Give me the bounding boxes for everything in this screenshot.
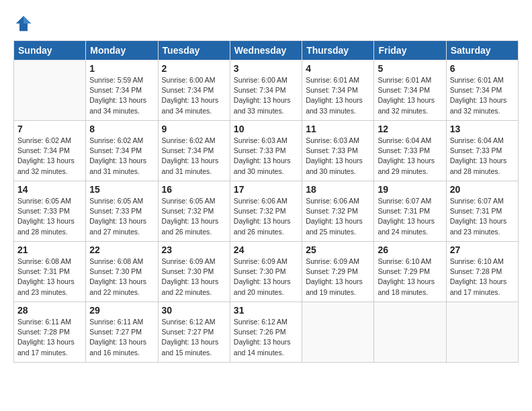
calendar-cell: 20Sunrise: 6:07 AM Sunset: 7:31 PM Dayli… — [446, 181, 518, 242]
calendar-cell: 15Sunrise: 6:05 AM Sunset: 7:33 PM Dayli… — [86, 181, 158, 242]
day-number: 23 — [162, 244, 226, 255]
day-number: 31 — [234, 305, 298, 316]
day-info: Sunrise: 5:59 AM Sunset: 7:34 PM Dayligh… — [89, 75, 154, 116]
day-info: Sunrise: 6:09 AM Sunset: 7:29 PM Dayligh… — [306, 257, 370, 298]
calendar-cell: 21Sunrise: 6:08 AM Sunset: 7:31 PM Dayli… — [14, 242, 86, 302]
day-number: 18 — [306, 184, 370, 195]
day-number: 1 — [89, 63, 154, 74]
day-info: Sunrise: 6:09 AM Sunset: 7:30 PM Dayligh… — [234, 257, 298, 298]
calendar-cell: 10Sunrise: 6:03 AM Sunset: 7:33 PM Dayli… — [230, 121, 302, 181]
day-info: Sunrise: 6:01 AM Sunset: 7:34 PM Dayligh… — [450, 75, 515, 116]
day-number: 13 — [450, 124, 515, 134]
calendar-cell: 4Sunrise: 6:01 AM Sunset: 7:34 PM Daylig… — [302, 60, 374, 121]
calendar-cell: 25Sunrise: 6:09 AM Sunset: 7:29 PM Dayli… — [302, 242, 374, 302]
day-number: 19 — [378, 184, 442, 195]
calendar-cell: 1Sunrise: 5:59 AM Sunset: 7:34 PM Daylig… — [86, 60, 158, 121]
day-number: 15 — [89, 184, 154, 195]
calendar-cell — [374, 302, 446, 363]
calendar-cell: 3Sunrise: 6:00 AM Sunset: 7:34 PM Daylig… — [230, 60, 302, 121]
calendar-cell: 9Sunrise: 6:02 AM Sunset: 7:34 PM Daylig… — [158, 121, 230, 181]
day-number: 11 — [306, 124, 370, 134]
header — [13, 13, 519, 34]
calendar-cell: 7Sunrise: 6:02 AM Sunset: 7:34 PM Daylig… — [14, 121, 86, 181]
day-info: Sunrise: 6:11 AM Sunset: 7:28 PM Dayligh… — [17, 317, 82, 358]
day-info: Sunrise: 6:11 AM Sunset: 7:27 PM Dayligh… — [89, 317, 154, 358]
day-info: Sunrise: 6:01 AM Sunset: 7:34 PM Dayligh… — [378, 75, 442, 116]
calendar-cell: 29Sunrise: 6:11 AM Sunset: 7:27 PM Dayli… — [86, 302, 158, 363]
weekday-saturday: Saturday — [446, 41, 518, 60]
day-info: Sunrise: 6:03 AM Sunset: 7:33 PM Dayligh… — [234, 136, 298, 177]
day-number: 14 — [17, 184, 82, 195]
day-number: 10 — [234, 124, 298, 134]
calendar-cell: 26Sunrise: 6:10 AM Sunset: 7:29 PM Dayli… — [374, 242, 446, 302]
calendar-cell: 8Sunrise: 6:02 AM Sunset: 7:34 PM Daylig… — [86, 121, 158, 181]
day-number: 30 — [162, 305, 226, 316]
day-number: 6 — [450, 63, 515, 74]
calendar-cell — [302, 302, 374, 363]
day-info: Sunrise: 6:00 AM Sunset: 7:34 PM Dayligh… — [234, 75, 298, 116]
calendar-cell: 28Sunrise: 6:11 AM Sunset: 7:28 PM Dayli… — [14, 302, 86, 363]
day-info: Sunrise: 6:05 AM Sunset: 7:32 PM Dayligh… — [162, 196, 226, 237]
day-info: Sunrise: 6:02 AM Sunset: 7:34 PM Dayligh… — [89, 136, 154, 177]
page-container: SundayMondayTuesdayWednesdayThursdayFrid… — [0, 0, 532, 369]
day-info: Sunrise: 6:04 AM Sunset: 7:33 PM Dayligh… — [378, 136, 442, 177]
day-number: 16 — [162, 184, 226, 195]
calendar-cell: 13Sunrise: 6:04 AM Sunset: 7:33 PM Dayli… — [446, 121, 518, 181]
day-info: Sunrise: 6:06 AM Sunset: 7:32 PM Dayligh… — [306, 196, 370, 237]
day-info: Sunrise: 6:12 AM Sunset: 7:26 PM Dayligh… — [234, 317, 298, 358]
day-number: 9 — [162, 124, 226, 134]
day-info: Sunrise: 6:01 AM Sunset: 7:34 PM Dayligh… — [306, 75, 370, 116]
day-info: Sunrise: 6:05 AM Sunset: 7:33 PM Dayligh… — [89, 196, 154, 237]
calendar-cell: 19Sunrise: 6:07 AM Sunset: 7:31 PM Dayli… — [374, 181, 446, 242]
day-info: Sunrise: 6:09 AM Sunset: 7:30 PM Dayligh… — [162, 257, 226, 298]
day-info: Sunrise: 6:08 AM Sunset: 7:31 PM Dayligh… — [17, 257, 82, 298]
calendar-cell: 11Sunrise: 6:03 AM Sunset: 7:33 PM Dayli… — [302, 121, 374, 181]
calendar-cell: 2Sunrise: 6:00 AM Sunset: 7:34 PM Daylig… — [158, 60, 230, 121]
calendar-cell: 22Sunrise: 6:08 AM Sunset: 7:30 PM Dayli… — [86, 242, 158, 302]
weekday-thursday: Thursday — [302, 41, 374, 60]
day-info: Sunrise: 6:02 AM Sunset: 7:34 PM Dayligh… — [17, 136, 82, 177]
week-row-1: 1Sunrise: 5:59 AM Sunset: 7:34 PM Daylig… — [14, 60, 519, 121]
calendar-cell: 30Sunrise: 6:12 AM Sunset: 7:27 PM Dayli… — [158, 302, 230, 363]
day-info: Sunrise: 6:02 AM Sunset: 7:34 PM Dayligh… — [162, 136, 226, 177]
day-info: Sunrise: 6:06 AM Sunset: 7:32 PM Dayligh… — [234, 196, 298, 237]
day-number: 7 — [17, 124, 82, 134]
day-info: Sunrise: 6:10 AM Sunset: 7:29 PM Dayligh… — [378, 257, 442, 298]
day-number: 20 — [450, 184, 515, 195]
day-info: Sunrise: 6:07 AM Sunset: 7:31 PM Dayligh… — [378, 196, 442, 237]
logo — [13, 13, 35, 34]
weekday-monday: Monday — [86, 41, 158, 60]
calendar-table: SundayMondayTuesdayWednesdayThursdayFrid… — [13, 40, 519, 363]
day-info: Sunrise: 6:10 AM Sunset: 7:28 PM Dayligh… — [450, 257, 515, 298]
weekday-header-row: SundayMondayTuesdayWednesdayThursdayFrid… — [14, 41, 519, 60]
day-info: Sunrise: 6:08 AM Sunset: 7:30 PM Dayligh… — [89, 257, 154, 298]
weekday-tuesday: Tuesday — [158, 41, 230, 60]
day-number: 25 — [306, 244, 370, 255]
day-number: 24 — [234, 244, 298, 255]
calendar-cell: 14Sunrise: 6:05 AM Sunset: 7:33 PM Dayli… — [14, 181, 86, 242]
day-number: 26 — [378, 244, 442, 255]
day-info: Sunrise: 6:12 AM Sunset: 7:27 PM Dayligh… — [162, 317, 226, 358]
day-number: 21 — [17, 244, 82, 255]
calendar-cell — [14, 60, 86, 121]
calendar-cell: 6Sunrise: 6:01 AM Sunset: 7:34 PM Daylig… — [446, 60, 518, 121]
day-info: Sunrise: 6:04 AM Sunset: 7:33 PM Dayligh… — [450, 136, 515, 177]
calendar-cell: 16Sunrise: 6:05 AM Sunset: 7:32 PM Dayli… — [158, 181, 230, 242]
day-info: Sunrise: 6:00 AM Sunset: 7:34 PM Dayligh… — [162, 75, 226, 116]
day-number: 4 — [306, 63, 370, 74]
day-number: 3 — [234, 63, 298, 74]
day-number: 29 — [89, 305, 154, 316]
weekday-wednesday: Wednesday — [230, 41, 302, 60]
day-number: 2 — [162, 63, 226, 74]
calendar-cell: 17Sunrise: 6:06 AM Sunset: 7:32 PM Dayli… — [230, 181, 302, 242]
day-number: 8 — [89, 124, 154, 134]
day-info: Sunrise: 6:05 AM Sunset: 7:33 PM Dayligh… — [17, 196, 82, 237]
week-row-4: 21Sunrise: 6:08 AM Sunset: 7:31 PM Dayli… — [14, 242, 519, 302]
day-number: 5 — [378, 63, 442, 74]
calendar-cell: 27Sunrise: 6:10 AM Sunset: 7:28 PM Dayli… — [446, 242, 518, 302]
week-row-2: 7Sunrise: 6:02 AM Sunset: 7:34 PM Daylig… — [14, 121, 519, 181]
day-number: 12 — [378, 124, 442, 134]
calendar-cell: 31Sunrise: 6:12 AM Sunset: 7:26 PM Dayli… — [230, 302, 302, 363]
logo-icon — [13, 13, 34, 34]
calendar-cell — [446, 302, 518, 363]
